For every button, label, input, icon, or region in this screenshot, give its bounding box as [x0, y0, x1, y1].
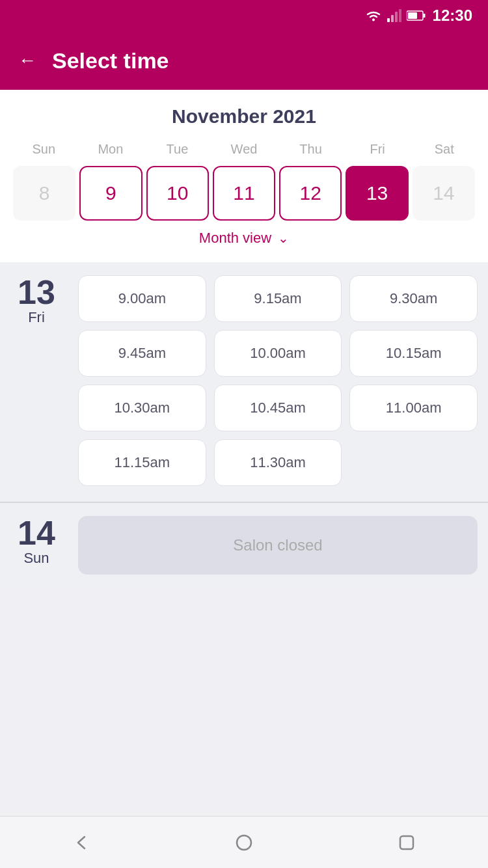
- svg-rect-1: [387, 18, 390, 22]
- svg-rect-7: [408, 12, 417, 19]
- cal-day-14: 14: [413, 166, 475, 221]
- weekday-sat: Sat: [411, 139, 478, 159]
- nav-recents-icon: [397, 833, 416, 852]
- wifi-icon: [365, 9, 382, 22]
- day-14-header: 14 Sun Salon closed: [10, 516, 478, 575]
- day-13-header: 13 Fri 9.00am 9.15am 9.30am 9.45am 10.00…: [10, 275, 478, 486]
- svg-rect-2: [391, 15, 394, 22]
- app-header: ← Select time: [0, 31, 488, 90]
- svg-rect-9: [400, 836, 413, 849]
- day-13-number: 13: [18, 275, 55, 309]
- weekday-wed: Wed: [211, 139, 278, 159]
- svg-rect-6: [423, 14, 425, 18]
- time-slot-1115am[interactable]: 11.15am: [78, 439, 206, 486]
- nav-home-button[interactable]: [230, 828, 258, 857]
- month-view-label: Month view: [199, 230, 271, 247]
- status-time: 12:30: [433, 7, 472, 25]
- time-slot-1000am[interactable]: 10.00am: [214, 330, 342, 377]
- time-slot-900am[interactable]: 9.00am: [78, 275, 206, 322]
- cal-day-8: 8: [13, 166, 75, 221]
- day-14-number: 14: [18, 516, 55, 550]
- cal-day-13[interactable]: 13: [346, 166, 408, 221]
- weekday-sun: Sun: [10, 139, 77, 159]
- month-title: November 2021: [10, 105, 478, 128]
- day-14-section: 14 Sun Salon closed: [0, 503, 488, 590]
- day-13-section: 13 Fri 9.00am 9.15am 9.30am 9.45am 10.00…: [0, 262, 488, 502]
- svg-rect-3: [395, 12, 398, 22]
- status-icons: [365, 9, 426, 22]
- time-slot-945am[interactable]: 9.45am: [78, 330, 206, 377]
- nav-back-icon: [72, 833, 91, 852]
- time-slot-1015am[interactable]: 10.15am: [349, 330, 478, 377]
- time-slot-1045am[interactable]: 10.45am: [214, 385, 342, 431]
- day-13-label: 13 Fri: [10, 275, 62, 326]
- nav-recents-button[interactable]: [392, 828, 421, 857]
- svg-point-8: [237, 835, 251, 850]
- day-13-time-slots: 9.00am 9.15am 9.30am 9.45am 10.00am 10.1…: [78, 275, 478, 486]
- weekdays-row: Sun Mon Tue Wed Thu Fri Sat: [10, 139, 478, 159]
- salon-closed-box: Salon closed: [78, 516, 478, 575]
- calendar-row: 8 9 10 11 12 13 14: [10, 166, 478, 221]
- month-view-toggle[interactable]: Month view ⌄: [10, 221, 478, 252]
- signal-icon: [387, 9, 401, 22]
- status-bar: 12:30: [0, 0, 488, 31]
- day-13-name: Fri: [28, 309, 45, 326]
- battery-icon: [407, 10, 426, 21]
- time-slot-915am[interactable]: 9.15am: [214, 275, 342, 322]
- svg-point-0: [372, 19, 375, 21]
- cal-day-10[interactable]: 10: [146, 166, 209, 221]
- day-14-name: Sun: [23, 550, 49, 567]
- calendar-section: November 2021 Sun Mon Tue Wed Thu Fri Sa…: [0, 90, 488, 262]
- time-slot-1100am[interactable]: 11.00am: [349, 385, 478, 431]
- svg-rect-4: [399, 9, 401, 22]
- chevron-down-icon: ⌄: [278, 230, 289, 246]
- nav-home-icon: [234, 833, 254, 852]
- nav-back-button[interactable]: [67, 828, 96, 857]
- page-title: Select time: [52, 48, 169, 74]
- cal-day-12[interactable]: 12: [279, 166, 342, 221]
- time-slot-930am[interactable]: 9.30am: [349, 275, 478, 322]
- cal-day-11[interactable]: 11: [213, 166, 275, 221]
- weekday-mon: Mon: [77, 139, 144, 159]
- salon-closed-label: Salon closed: [233, 536, 322, 554]
- bottom-nav: [0, 816, 488, 868]
- back-button[interactable]: ←: [18, 50, 36, 71]
- weekday-fri: Fri: [344, 139, 411, 159]
- day-14-label: 14 Sun: [10, 516, 62, 567]
- time-slot-1030am[interactable]: 10.30am: [78, 385, 206, 431]
- time-slot-1130am[interactable]: 11.30am: [214, 439, 342, 486]
- weekday-thu: Thu: [277, 139, 344, 159]
- cal-day-9[interactable]: 9: [79, 166, 142, 221]
- weekday-tue: Tue: [144, 139, 211, 159]
